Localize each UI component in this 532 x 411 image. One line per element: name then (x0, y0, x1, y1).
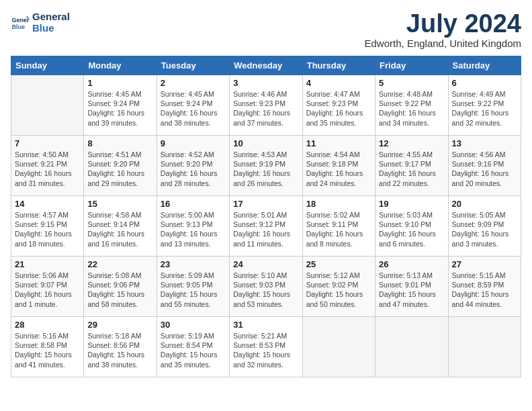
calendar-cell: 28Sunrise: 5:16 AM Sunset: 8:58 PM Dayli… (11, 317, 84, 377)
weekday-header-monday: Monday (84, 56, 157, 75)
week-row-1: 1Sunrise: 4:45 AM Sunset: 9:24 PM Daylig… (11, 75, 521, 136)
day-info: Sunrise: 4:50 AM Sunset: 9:21 PM Dayligh… (15, 150, 80, 188)
calendar-cell: 19Sunrise: 5:03 AM Sunset: 9:10 PM Dayli… (375, 196, 448, 257)
day-info: Sunrise: 5:15 AM Sunset: 8:59 PM Dayligh… (452, 271, 517, 309)
day-info: Sunrise: 4:47 AM Sunset: 9:23 PM Dayligh… (306, 89, 371, 128)
calendar-cell: 14Sunrise: 4:57 AM Sunset: 9:15 PM Dayli… (11, 196, 84, 257)
day-info: Sunrise: 4:56 AM Sunset: 9:16 PM Dayligh… (452, 150, 517, 188)
calendar-cell: 20Sunrise: 5:05 AM Sunset: 9:09 PM Dayli… (448, 196, 521, 257)
calendar-cell (375, 317, 448, 377)
calendar-cell: 11Sunrise: 4:54 AM Sunset: 9:18 PM Dayli… (302, 136, 375, 196)
day-number: 8 (87, 138, 152, 148)
day-number: 31 (233, 320, 298, 330)
day-number: 5 (379, 78, 444, 88)
day-number: 6 (452, 78, 517, 88)
month-year: July 2024 (365, 11, 521, 36)
calendar-cell: 25Sunrise: 5:12 AM Sunset: 9:02 PM Dayli… (302, 257, 375, 317)
day-number: 24 (233, 259, 298, 269)
day-number: 10 (233, 138, 298, 148)
day-info: Sunrise: 5:19 AM Sunset: 8:54 PM Dayligh… (161, 331, 226, 369)
day-info: Sunrise: 4:51 AM Sunset: 9:20 PM Dayligh… (87, 150, 152, 188)
day-info: Sunrise: 5:16 AM Sunset: 8:58 PM Dayligh… (15, 331, 80, 369)
day-number: 18 (306, 199, 371, 209)
day-number: 2 (161, 78, 226, 88)
calendar-cell: 18Sunrise: 5:02 AM Sunset: 9:11 PM Dayli… (302, 196, 375, 257)
day-info: Sunrise: 5:13 AM Sunset: 9:01 PM Dayligh… (379, 271, 444, 309)
day-info: Sunrise: 5:09 AM Sunset: 9:05 PM Dayligh… (161, 271, 226, 309)
calendar-cell: 23Sunrise: 5:09 AM Sunset: 9:05 PM Dayli… (157, 257, 229, 317)
day-info: Sunrise: 5:00 AM Sunset: 9:13 PM Dayligh… (161, 210, 226, 248)
day-number: 25 (306, 259, 371, 269)
calendar-table: SundayMondayTuesdayWednesdayThursdayFrid… (11, 56, 521, 377)
day-number: 21 (15, 259, 80, 269)
calendar-cell: 27Sunrise: 5:15 AM Sunset: 8:59 PM Dayli… (448, 257, 521, 317)
logo: General Blue General Blue (11, 11, 70, 34)
weekday-header-row: SundayMondayTuesdayWednesdayThursdayFrid… (11, 56, 521, 75)
weekday-header-wednesday: Wednesday (230, 56, 302, 75)
calendar-cell: 26Sunrise: 5:13 AM Sunset: 9:01 PM Dayli… (375, 257, 448, 317)
calendar-cell: 4Sunrise: 4:47 AM Sunset: 9:23 PM Daylig… (302, 75, 375, 136)
day-number: 15 (87, 199, 152, 209)
day-info: Sunrise: 5:08 AM Sunset: 9:06 PM Dayligh… (87, 271, 152, 309)
page-header: General Blue General Blue July 2024 Edwo… (11, 11, 521, 49)
calendar-cell: 31Sunrise: 5:21 AM Sunset: 8:53 PM Dayli… (230, 317, 302, 377)
logo-line2: Blue (32, 22, 70, 34)
day-number: 3 (233, 78, 298, 88)
calendar-cell: 13Sunrise: 4:56 AM Sunset: 9:16 PM Dayli… (448, 136, 521, 196)
day-info: Sunrise: 4:45 AM Sunset: 9:24 PM Dayligh… (161, 89, 226, 128)
weekday-header-friday: Friday (375, 56, 448, 75)
calendar-cell (302, 317, 375, 377)
day-info: Sunrise: 5:21 AM Sunset: 8:53 PM Dayligh… (233, 331, 298, 369)
week-row-2: 7Sunrise: 4:50 AM Sunset: 9:21 PM Daylig… (11, 136, 521, 196)
day-info: Sunrise: 4:55 AM Sunset: 9:17 PM Dayligh… (379, 150, 444, 188)
svg-text:General: General (11, 17, 30, 24)
calendar-cell: 2Sunrise: 4:45 AM Sunset: 9:24 PM Daylig… (157, 75, 229, 136)
day-info: Sunrise: 5:18 AM Sunset: 8:56 PM Dayligh… (87, 331, 152, 369)
weekday-header-tuesday: Tuesday (157, 56, 229, 75)
day-number: 26 (379, 259, 444, 269)
day-info: Sunrise: 5:05 AM Sunset: 9:09 PM Dayligh… (452, 210, 517, 248)
day-number: 9 (161, 138, 226, 148)
calendar-cell: 8Sunrise: 4:51 AM Sunset: 9:20 PM Daylig… (84, 136, 157, 196)
day-number: 11 (306, 138, 371, 148)
day-info: Sunrise: 5:10 AM Sunset: 9:03 PM Dayligh… (233, 271, 298, 309)
day-number: 12 (379, 138, 444, 148)
day-info: Sunrise: 5:02 AM Sunset: 9:11 PM Dayligh… (306, 210, 371, 248)
day-info: Sunrise: 4:53 AM Sunset: 9:19 PM Dayligh… (233, 150, 298, 188)
day-number: 23 (161, 259, 226, 269)
day-info: Sunrise: 4:49 AM Sunset: 9:22 PM Dayligh… (452, 89, 517, 128)
day-number: 17 (233, 199, 298, 209)
day-info: Sunrise: 5:03 AM Sunset: 9:10 PM Dayligh… (379, 210, 444, 248)
calendar-cell: 17Sunrise: 5:01 AM Sunset: 9:12 PM Dayli… (230, 196, 302, 257)
day-number: 29 (87, 320, 152, 330)
day-number: 27 (452, 259, 517, 269)
calendar-cell: 10Sunrise: 4:53 AM Sunset: 9:19 PM Dayli… (230, 136, 302, 196)
calendar-cell: 5Sunrise: 4:48 AM Sunset: 9:22 PM Daylig… (375, 75, 448, 136)
weekday-header-sunday: Sunday (11, 56, 84, 75)
calendar-cell: 15Sunrise: 4:58 AM Sunset: 9:14 PM Dayli… (84, 196, 157, 257)
calendar-cell: 6Sunrise: 4:49 AM Sunset: 9:22 PM Daylig… (448, 75, 521, 136)
day-info: Sunrise: 4:46 AM Sunset: 9:23 PM Dayligh… (233, 89, 298, 128)
calendar-cell: 1Sunrise: 4:45 AM Sunset: 9:24 PM Daylig… (84, 75, 157, 136)
day-number: 14 (15, 199, 80, 209)
title-block: July 2024 Edworth, England, United Kingd… (365, 11, 521, 49)
day-number: 30 (161, 320, 226, 330)
day-info: Sunrise: 4:52 AM Sunset: 9:20 PM Dayligh… (161, 150, 226, 188)
week-row-4: 21Sunrise: 5:06 AM Sunset: 9:07 PM Dayli… (11, 257, 521, 317)
day-info: Sunrise: 4:45 AM Sunset: 9:24 PM Dayligh… (87, 89, 152, 128)
calendar-cell: 29Sunrise: 5:18 AM Sunset: 8:56 PM Dayli… (84, 317, 157, 377)
day-info: Sunrise: 5:12 AM Sunset: 9:02 PM Dayligh… (306, 271, 371, 309)
calendar-cell: 24Sunrise: 5:10 AM Sunset: 9:03 PM Dayli… (230, 257, 302, 317)
svg-text:Blue: Blue (11, 24, 25, 30)
day-number: 13 (452, 138, 517, 148)
day-info: Sunrise: 5:01 AM Sunset: 9:12 PM Dayligh… (233, 210, 298, 248)
calendar-cell: 16Sunrise: 5:00 AM Sunset: 9:13 PM Dayli… (157, 196, 229, 257)
calendar-cell: 9Sunrise: 4:52 AM Sunset: 9:20 PM Daylig… (157, 136, 229, 196)
day-info: Sunrise: 4:48 AM Sunset: 9:22 PM Dayligh… (379, 89, 444, 128)
day-number: 19 (379, 199, 444, 209)
day-number: 7 (15, 138, 80, 148)
day-info: Sunrise: 4:54 AM Sunset: 9:18 PM Dayligh… (306, 150, 371, 188)
calendar-cell (448, 317, 521, 377)
day-number: 22 (87, 259, 152, 269)
weekday-header-thursday: Thursday (302, 56, 375, 75)
